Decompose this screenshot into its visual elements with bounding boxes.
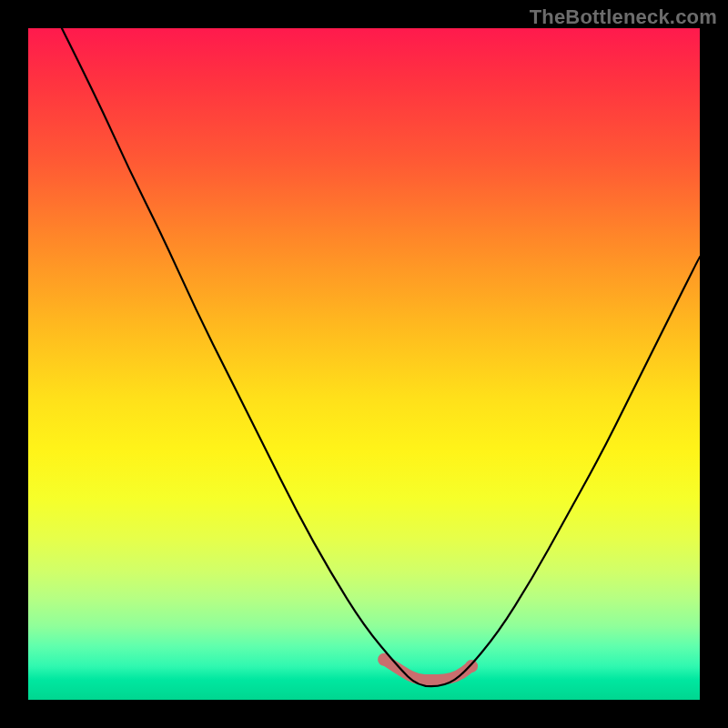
optimal-band-dot-right — [465, 660, 478, 672]
chart-frame: TheBottleneck.com — [0, 0, 728, 728]
chart-svg — [28, 28, 700, 700]
plot-area — [28, 28, 700, 700]
watermark-text: TheBottleneck.com — [530, 5, 717, 29]
bottleneck-curve — [62, 28, 700, 686]
